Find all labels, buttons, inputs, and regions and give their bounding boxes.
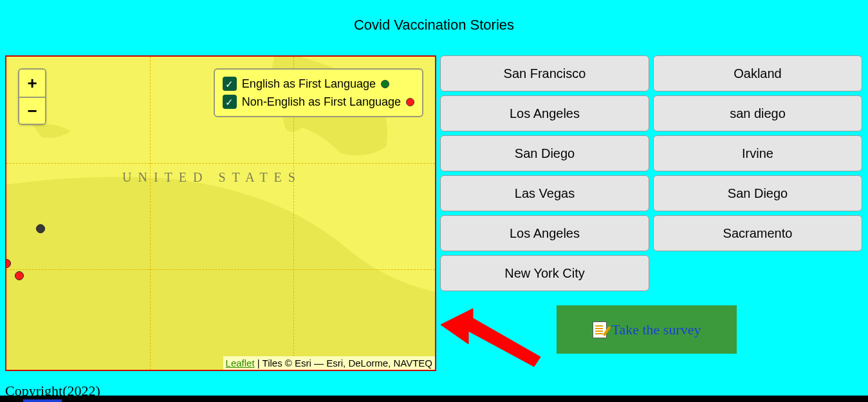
svg-marker-1 [441,309,540,367]
annotation-arrow-icon [438,305,547,372]
grid-line [6,269,435,270]
grid-line [150,57,151,370]
map-container[interactable]: UNITED STATES + − ✓ English as First Lan… [5,55,436,371]
bottom-bar [0,396,868,402]
city-button[interactable]: Los Angeles [440,95,649,131]
legend-dot-green-icon [381,80,389,88]
grid-line [6,163,435,164]
attribution-text: | Tiles © Esri — Esri, DeLorme, NAVTEQ [255,358,432,368]
city-button[interactable]: San Diego [653,175,862,211]
take-survey-button[interactable]: Take the survey [557,305,737,354]
legend-item-english[interactable]: ✓ English as First Language [223,75,414,93]
survey-note-icon [593,321,607,338]
leaflet-link[interactable]: Leaflet [226,358,255,368]
checkbox-checked-icon[interactable]: ✓ [223,95,237,109]
map-marker[interactable] [36,224,45,233]
city-button[interactable]: New York City [440,255,649,291]
take-survey-link[interactable]: Take the survey [612,321,701,338]
city-button[interactable]: San Francisco [440,55,649,91]
zoom-out-button[interactable]: − [19,97,45,124]
checkbox-checked-icon[interactable]: ✓ [223,77,237,91]
zoom-control: + − [18,68,46,125]
city-button[interactable]: Oakland [653,55,862,91]
city-button-grid: San Francisco Oakland Los Angeles san di… [440,55,862,291]
city-button[interactable]: Irvine [653,135,862,171]
city-button[interactable]: san diego [653,95,862,131]
city-button[interactable]: Los Angeles [440,215,649,251]
map-country-label: UNITED STATES [122,170,302,185]
legend-item-non-english[interactable]: ✓ Non-English as First Language [223,93,414,111]
map-marker[interactable] [15,271,24,280]
legend-dot-red-icon [406,98,414,106]
map-legend: ✓ English as First Language ✓ Non-Englis… [214,68,423,117]
legend-label: Non-English as First Language [242,95,401,109]
zoom-in-button[interactable]: + [19,70,45,97]
city-button[interactable]: Las Vegas [440,175,649,211]
city-button[interactable]: Sacramento [653,215,862,251]
legend-label: English as First Language [242,77,376,91]
city-button[interactable]: San Diego [440,135,649,171]
page-title: Covid Vaccination Stories [0,0,868,34]
underline-decoration [23,399,62,402]
map-attribution: Leaflet | Tiles © Esri — Esri, DeLorme, … [223,356,435,370]
